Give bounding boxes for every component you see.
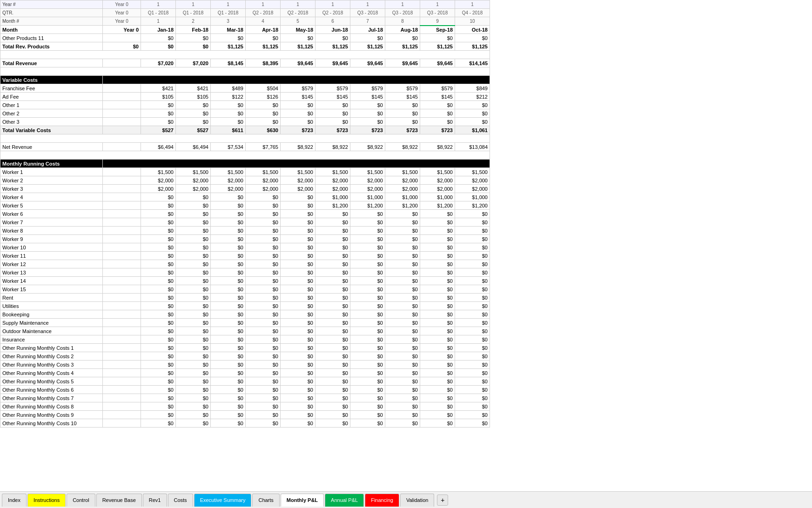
worker14-row: Worker 14$0$0$0$0$0$0$0$0$0$0 bbox=[0, 277, 490, 285]
other-running7-row: Other Running Monthly Costs 7$0$0$0$0$0$… bbox=[0, 394, 490, 402]
other-running4-row: Other Running Monthly Costs 4$0$0$0$0$0$… bbox=[0, 369, 490, 377]
worker10-row: Worker 10$0$0$0$0$0$0$0$0$0$0 bbox=[0, 243, 490, 252]
total-variable-row: Total Variable Costs $527 $527 $611 $630… bbox=[0, 126, 490, 134]
year0-val: Year 0 bbox=[103, 0, 141, 9]
tab-instructions[interactable]: Instructions bbox=[27, 494, 66, 507]
total-revenue-row: Total Revenue $7,020 $7,020 $8,145 $8,39… bbox=[0, 59, 490, 67]
worker9-row: Worker 9$0$0$0$0$0$0$0$0$0$0 bbox=[0, 235, 490, 243]
tab-revenue-base[interactable]: Revenue Base bbox=[96, 494, 142, 507]
other-running8-row: Other Running Monthly Costs 8$0$0$0$0$0$… bbox=[0, 402, 490, 411]
other2-row: Other 2 $0 $0 $0 $0 $0 $0 $0 $0 $0 $0 bbox=[0, 109, 490, 118]
monthly-running-header: Monthly Running Costs bbox=[0, 160, 490, 168]
worker8-row: Worker 8$0$0$0$0$0$0$0$0$0$0 bbox=[0, 227, 490, 235]
other-running9-row: Other Running Monthly Costs 9$0$0$0$0$0$… bbox=[0, 411, 490, 419]
spacer2 bbox=[0, 67, 490, 76]
other-running1-row: Other Running Monthly Costs 1$0$0$0$0$0$… bbox=[0, 344, 490, 352]
ad-fee-row: Ad Fee $105 $105 $122 $126 $145 $145 $14… bbox=[0, 93, 490, 101]
main-table: Year # Year 0 1 1 1 1 1 1 1 1 1 1 QTR. Y… bbox=[0, 0, 490, 428]
qtr-row: QTR. Year 0 Q1 - 2018 Q1 - 2018 Q1 - 201… bbox=[0, 9, 490, 17]
year-label: Year # bbox=[0, 0, 103, 9]
tab-charts[interactable]: Charts bbox=[252, 494, 279, 507]
worker12-row: Worker 12$0$0$0$0$0$0$0$0$0$0 bbox=[0, 260, 490, 268]
spacer3 bbox=[0, 134, 490, 143]
spacer1 bbox=[0, 51, 490, 59]
total-rev-products-row: Total Rev. Products $0 $0 $0 $1,125 $1,1… bbox=[0, 42, 490, 51]
tab-annual-pl[interactable]: Annual P&L bbox=[325, 494, 364, 507]
utilities-row: Utilities$0$0$0$0$0$0$0$0$0$0 bbox=[0, 302, 490, 310]
other-running6-row: Other Running Monthly Costs 6$0$0$0$0$0$… bbox=[0, 386, 490, 394]
sheet-area: Year # Year 0 1 1 1 1 1 1 1 1 1 1 QTR. Y… bbox=[0, 0, 812, 491]
tab-control[interactable]: Control bbox=[67, 494, 95, 507]
tab-validation[interactable]: Validation bbox=[400, 494, 435, 507]
worker4-row: Worker 4 $0 $0 $0 $0 $0 $1,000 $1,000 $1… bbox=[0, 193, 490, 201]
other1-row: Other 1 $0 $0 $0 $0 $0 $0 $0 $0 $0 $0 bbox=[0, 101, 490, 109]
month-header-row: Month Year 0 Jan-18 Feb-18 Mar-18 Apr-18… bbox=[0, 26, 490, 34]
tab-costs[interactable]: Costs bbox=[168, 494, 193, 507]
insurance-row: Insurance$0$0$0$0$0$0$0$0$0$0 bbox=[0, 335, 490, 344]
month-col-header: Month bbox=[0, 26, 103, 34]
qtr-label: QTR. bbox=[0, 9, 103, 17]
tab-monthly-pl[interactable]: Monthly P&L bbox=[281, 494, 324, 507]
variable-costs-header: Variable Costs bbox=[0, 76, 490, 84]
tab-index[interactable]: Index bbox=[2, 494, 27, 507]
tab-executive-summary[interactable]: Executive Summary bbox=[194, 494, 252, 507]
worker3-row: Worker 3 $2,000 $2,000 $2,000 $2,000 $2,… bbox=[0, 185, 490, 193]
spacer4 bbox=[0, 151, 490, 160]
franchise-fee-row: Franchise Fee $421 $421 $489 $504 $579 $… bbox=[0, 84, 490, 93]
tab-rev1[interactable]: Rev1 bbox=[143, 494, 167, 507]
worker2-row: Worker 2 $2,000 $2,000 $2,000 $2,000 $2,… bbox=[0, 176, 490, 185]
sheet-table-wrapper[interactable]: Year # Year 0 1 1 1 1 1 1 1 1 1 1 QTR. Y… bbox=[0, 0, 812, 491]
worker13-row: Worker 13$0$0$0$0$0$0$0$0$0$0 bbox=[0, 268, 490, 277]
other-running10-row: Other Running Monthly Costs 10$0$0$0$0$0… bbox=[0, 419, 490, 428]
supply-maintenance-row: Supply Maintenance$0$0$0$0$0$0$0$0$0$0 bbox=[0, 319, 490, 327]
worker15-row: Worker 15$0$0$0$0$0$0$0$0$0$0 bbox=[0, 285, 490, 294]
tab-financing[interactable]: Financing bbox=[365, 494, 399, 507]
bookeeping-row: Bookeeping$0$0$0$0$0$0$0$0$0$0 bbox=[0, 310, 490, 319]
other3-row: Other 3 $0 $0 $0 $0 $0 $0 $0 $0 $0 $0 bbox=[0, 118, 490, 126]
month-num-row: Month # Year 0 1 2 3 4 5 6 7 8 9 10 bbox=[0, 17, 490, 26]
net-revenue-row: Net Revenue $6,494 $6,494 $7,534 $7,765 … bbox=[0, 143, 490, 151]
worker6-row: Worker 6$0$0$0$0$0$0$0$0$0$0 bbox=[0, 210, 490, 218]
worker11-row: Worker 11$0$0$0$0$0$0$0$0$0$0 bbox=[0, 252, 490, 260]
tab-bar: Index Instructions Control Revenue Base … bbox=[0, 491, 812, 508]
other-running5-row: Other Running Monthly Costs 5$0$0$0$0$0$… bbox=[0, 377, 490, 386]
worker7-row: Worker 7$0$0$0$0$0$0$0$0$0$0 bbox=[0, 218, 490, 227]
other-products-row: Other Products 11 $0 $0 $0 $0 $0 $0 $0 $… bbox=[0, 34, 490, 42]
rent-row: Rent$0$0$0$0$0$0$0$0$0$0 bbox=[0, 294, 490, 302]
add-sheet-button[interactable]: + bbox=[437, 495, 448, 506]
worker1-row: Worker 1 $1,500 $1,500 $1,500 $1,500 $1,… bbox=[0, 168, 490, 176]
spreadsheet-container: Year # Year 0 1 1 1 1 1 1 1 1 1 1 QTR. Y… bbox=[0, 0, 812, 508]
year-row: Year # Year 0 1 1 1 1 1 1 1 1 1 1 bbox=[0, 0, 490, 9]
other-running2-row: Other Running Monthly Costs 2$0$0$0$0$0$… bbox=[0, 352, 490, 361]
other-running3-row: Other Running Monthly Costs 3$0$0$0$0$0$… bbox=[0, 361, 490, 369]
outdoor-maintenance-row: Outdoor Maintenance$0$0$0$0$0$0$0$0$0$0 bbox=[0, 327, 490, 335]
month-num-label: Month # bbox=[0, 17, 103, 26]
worker5-row: Worker 5 $0 $0 $0 $0 $0 $1,200 $1,200 $1… bbox=[0, 201, 490, 210]
